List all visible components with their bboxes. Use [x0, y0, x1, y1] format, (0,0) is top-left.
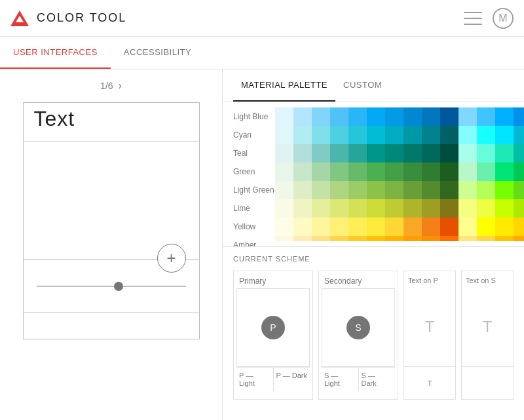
palette-color-cell[interactable]	[440, 144, 458, 162]
palette-color-cell[interactable]	[458, 144, 477, 162]
palette-color-cell[interactable]	[348, 126, 367, 144]
palette-color-cell[interactable]	[458, 199, 477, 218]
palette-color-cell[interactable]	[293, 199, 312, 218]
palette-color-cell[interactable]	[367, 107, 385, 126]
palette-color-cell[interactable]	[458, 218, 477, 236]
palette-color-cell[interactable]	[422, 144, 440, 162]
palette-color-cell[interactable]	[330, 218, 348, 236]
palette-color-cell[interactable]	[275, 236, 293, 241]
palette-color-cell[interactable]	[422, 199, 440, 218]
palette-color-cell[interactable]	[422, 181, 440, 199]
palette-color-cell[interactable]	[403, 199, 422, 218]
palette-color-cell[interactable]	[422, 218, 440, 236]
palette-color-cell[interactable]	[330, 107, 348, 126]
palette-color-cell[interactable]	[330, 199, 348, 218]
palette-color-cell[interactable]	[385, 199, 403, 218]
palette-color-cell[interactable]	[367, 218, 385, 236]
palette-color-cell[interactable]	[275, 218, 293, 236]
palette-color-cell[interactable]	[367, 236, 385, 241]
palette-color-cell[interactable]	[385, 107, 403, 126]
palette-color-cell[interactable]	[385, 144, 403, 162]
palette-color-cell[interactable]	[348, 107, 367, 126]
palette-color-cell[interactable]	[293, 218, 312, 236]
palette-color-cell[interactable]	[495, 126, 514, 144]
palette-color-cell[interactable]	[495, 218, 514, 236]
secondary-dark[interactable]: S — Dark	[359, 368, 396, 391]
palette-color-cell[interactable]	[477, 126, 495, 144]
palette-color-cell[interactable]	[440, 236, 458, 241]
palette-color-cell[interactable]	[385, 181, 403, 199]
palette-color-cell[interactable]	[495, 199, 514, 218]
palette-color-cell[interactable]	[312, 218, 330, 236]
palette-color-cell[interactable]	[293, 144, 312, 162]
palette-color-cell[interactable]	[440, 126, 458, 144]
menu-icon[interactable]	[464, 12, 482, 25]
palette-color-cell[interactable]	[477, 162, 495, 181]
palette-color-cell[interactable]	[367, 181, 385, 199]
palette-color-cell[interactable]	[312, 199, 330, 218]
palette-color-cell[interactable]	[440, 162, 458, 181]
palette-color-cell[interactable]	[385, 126, 403, 144]
palette-color-cell[interactable]	[458, 162, 477, 181]
palette-color-cell[interactable]	[422, 107, 440, 126]
palette-color-cell[interactable]	[403, 126, 422, 144]
tab-material-palette[interactable]: MATERIAL PALETTE	[233, 69, 335, 102]
palette-color-cell[interactable]	[403, 144, 422, 162]
palette-color-cell[interactable]	[348, 218, 367, 236]
primary-dark[interactable]: P — Dark	[274, 368, 310, 391]
palette-color-cell[interactable]	[477, 144, 495, 162]
palette-color-cell[interactable]	[514, 181, 524, 199]
palette-color-cell[interactable]	[293, 126, 312, 144]
palette-color-cell[interactable]	[330, 162, 348, 181]
palette-color-cell[interactable]	[330, 126, 348, 144]
palette-color-cell[interactable]	[495, 236, 514, 241]
palette-color-cell[interactable]	[477, 218, 495, 236]
tab-accessibility[interactable]: ACCESSIBILITY	[111, 37, 204, 69]
palette-color-cell[interactable]	[330, 236, 348, 241]
palette-color-cell[interactable]	[312, 181, 330, 199]
primary-light[interactable]: P — Light	[236, 368, 274, 391]
palette-color-cell[interactable]	[312, 236, 330, 241]
palette-color-cell[interactable]	[348, 144, 367, 162]
palette-color-cell[interactable]	[514, 162, 524, 181]
palette-color-cell[interactable]	[458, 126, 477, 144]
palette-color-cell[interactable]	[514, 236, 524, 241]
palette-color-cell[interactable]	[367, 144, 385, 162]
palette-color-cell[interactable]	[385, 162, 403, 181]
palette-color-cell[interactable]	[514, 107, 524, 126]
palette-color-cell[interactable]	[477, 181, 495, 199]
palette-color-cell[interactable]	[495, 181, 514, 199]
pagination-next[interactable]: ›	[119, 80, 122, 92]
palette-color-cell[interactable]	[495, 144, 514, 162]
palette-color-cell[interactable]	[403, 236, 422, 241]
palette-color-cell[interactable]	[403, 218, 422, 236]
palette-color-cell[interactable]	[348, 236, 367, 241]
palette-color-cell[interactable]	[477, 107, 495, 126]
palette-color-cell[interactable]	[403, 181, 422, 199]
palette-color-cell[interactable]	[348, 199, 367, 218]
palette-color-cell[interactable]	[275, 107, 293, 126]
mockup-fab[interactable]: +	[157, 244, 186, 273]
palette-color-cell[interactable]	[440, 107, 458, 126]
palette-color-cell[interactable]	[458, 236, 477, 241]
avatar[interactable]: M	[493, 8, 514, 29]
palette-color-cell[interactable]	[367, 126, 385, 144]
palette-color-cell[interactable]	[422, 162, 440, 181]
palette-color-cell[interactable]	[440, 218, 458, 236]
palette-color-cell[interactable]	[275, 162, 293, 181]
palette-color-cell[interactable]	[367, 199, 385, 218]
palette-color-cell[interactable]	[440, 181, 458, 199]
palette-color-cell[interactable]	[495, 107, 514, 126]
palette-color-cell[interactable]	[514, 144, 524, 162]
tab-user-interfaces[interactable]: USER INTERFACES	[0, 37, 111, 69]
palette-color-cell[interactable]	[458, 107, 477, 126]
palette-color-cell[interactable]	[514, 126, 524, 144]
palette-color-cell[interactable]	[403, 162, 422, 181]
palette-color-cell[interactable]	[440, 199, 458, 218]
palette-color-cell[interactable]	[403, 107, 422, 126]
palette-color-cell[interactable]	[477, 236, 495, 241]
palette-color-cell[interactable]	[275, 144, 293, 162]
palette-color-cell[interactable]	[312, 162, 330, 181]
palette-color-cell[interactable]	[275, 199, 293, 218]
palette-color-cell[interactable]	[293, 107, 312, 126]
